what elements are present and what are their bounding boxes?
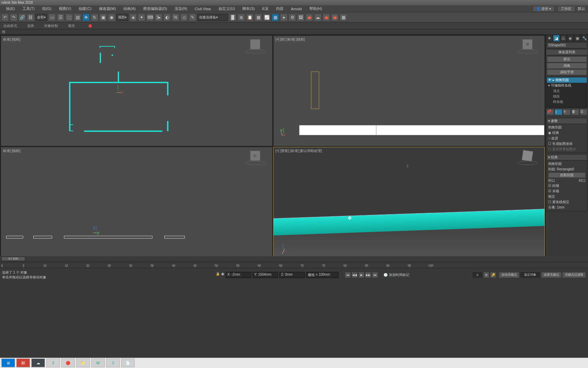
next-frame-icon[interactable]: ▶▶ [365,272,371,278]
classic-header[interactable]: ▾ 经典 [546,154,587,160]
edit-named-sel-icon[interactable]: ✎ [189,14,196,21]
render-gallery-icon[interactable]: 🫖 [331,14,339,21]
menu-group[interactable]: 组(G) [39,5,55,12]
move-gizmo-icon[interactable]: ✥ [348,215,352,221]
timeline-ruler[interactable]: 0510152025303540455055606570758085909510… [0,262,588,268]
render-icon[interactable]: 🫖 [306,14,313,21]
avoid-intersect-checkbox[interactable]: ☐ 避免线相交 [548,199,586,205]
viewport-perspective[interactable]: [+] [透视] [标准] [默认明暗处理] ✥ │╱─ ┼ [273,147,545,258]
viewcube-top[interactable] [245,39,265,56]
viewcube-left[interactable]: 右 [245,151,265,168]
viewcube-front[interactable]: 前 [517,39,538,56]
frame-input[interactable]: 0 [472,272,483,278]
lock-icon[interactable]: 🔒 [216,272,220,278]
viewport-left-label[interactable]: 标准] [线框] [3,149,20,153]
key-filters-button[interactable]: 关键点过滤器 [562,272,586,278]
taskbar-3dsmax1[interactable]: 3 [46,358,60,367]
start-checkbox[interactable]: ☑ 始端 [548,183,586,188]
layers-icon[interactable]: 📋 [246,14,254,21]
modifier-stack[interactable]: 👁 ▸ 倒角剖面 ▾ 可编辑样条线 顶点 线段 样条线 [546,77,587,108]
configure-sets-icon[interactable]: ☰ [580,109,587,115]
object-name-field[interactable]: SShape001 [546,42,587,48]
key-mode-icon[interactable]: 🔑 [490,272,496,278]
create-tab[interactable]: ✚ [546,35,553,42]
menu-animation[interactable]: 动画(A) [120,5,139,12]
classic-radio[interactable]: ◉ 经典 [548,130,586,136]
ribbon-object-paint[interactable]: 对象绘制 [44,24,58,28]
stack-vertex[interactable]: 顶点 [547,88,587,94]
redo-icon[interactable]: ↷ [10,14,17,21]
viewport-left[interactable]: 标准] [线框] 右 z│▫─y [1,147,273,258]
improved-radio[interactable]: ○ 改进 [548,136,586,141]
mirror-icon[interactable]: ▐▌ [229,14,236,21]
align-icon[interactable]: ≣ [238,14,245,21]
taskbar-browser[interactable]: 🔴 [61,358,75,367]
menu-scripting[interactable]: 脚本(S) [239,5,258,12]
named-selection-dropdown[interactable]: 创建选择集 ▾ [197,14,228,21]
mod-extrude-button[interactable]: 挤出 [547,56,587,62]
menu-content[interactable]: 内容 [273,5,287,12]
use-pivot-icon[interactable]: ◈ [129,14,137,21]
modifier-list-header[interactable]: 修改器列表 [546,49,588,55]
ribbon-populate[interactable]: 填充 [68,24,75,28]
render-frame-icon[interactable]: 🖼 [297,14,305,21]
time-slider-handle[interactable]: 0 / 100 [1,257,25,261]
viewport-top-label[interactable]: 标准] [线框] [3,37,20,42]
placement-icon[interactable]: ◉ [108,14,115,21]
ref-coord-dropdown[interactable]: 视图 ▾ [116,14,128,21]
login-button[interactable]: 👤 登录 ▾ [533,6,555,12]
viewport-top[interactable]: 标准] [线框] │▫─x [1,35,273,146]
utilities-tab[interactable]: 🔧 [581,35,588,42]
viewport-perspective-label[interactable]: [+] [透视] [标准] [默认明暗处理] [276,149,322,153]
prev-frame-icon[interactable]: ◀◀ [352,272,358,278]
record-icon[interactable] [88,24,92,28]
goto-start-icon[interactable]: ⏮ [345,272,351,278]
unlink-icon[interactable]: ⛓ [27,14,34,21]
menu-views[interactable]: 视图(V) [55,5,75,12]
viewport-front-label[interactable]: [+] [前] [标准] [线框] [276,37,305,42]
angle-snap-icon[interactable]: ◐ [163,14,171,21]
make-unique-icon[interactable]: ⎘ [563,109,571,115]
workspace-button[interactable]: 工作区 [557,6,575,12]
ribbon-selection[interactable]: 选择 [27,24,34,28]
keyboard-shortcut-icon[interactable]: ⌨ [146,14,154,21]
stack-editable-spline[interactable]: ▾ 可编辑样条线 [547,83,587,88]
remove-modifier-icon[interactable]: 🗑 [571,109,579,115]
rect-select-icon[interactable]: ⬚ [65,14,73,21]
share-view-icon[interactable]: 🫖 [323,14,330,21]
app-grid-icon[interactable]: ▦ [340,14,347,21]
params-header[interactable]: ▾ 参数 [546,118,587,124]
viewcube-persp[interactable] [517,151,538,168]
menu-graph-editors[interactable]: 图形编辑器(D) [140,5,170,12]
rotate-icon[interactable]: ↻ [91,14,98,21]
time-tag-icon[interactable]: 🕐 [383,273,388,277]
taskbar-explorer[interactable]: 📁 [76,358,90,367]
menu-arnold[interactable]: Arnold [288,6,305,12]
menu-create[interactable]: 创建(C) [75,5,95,12]
z-coord-input[interactable]: Z: 0mm [279,272,305,278]
schematic-view-icon[interactable]: ▦ [272,14,279,21]
percent-snap-icon[interactable]: % [172,14,179,21]
motion-tab[interactable]: ◉ [567,35,574,42]
viewport-front[interactable]: [+] [前] [标准] [线框] 前 y│└x [273,35,545,146]
menu-tools[interactable]: 工具(T) [19,5,38,12]
taskbar-3dsmax2[interactable]: 3 [106,358,120,367]
snaps-toggle-icon[interactable]: 3▸ [155,14,162,21]
menu-rendering[interactable]: 渲染(R) [171,5,191,12]
selection-filter-dropdown[interactable]: 全部 ▾ [35,14,47,21]
scale-icon[interactable]: ▣ [99,14,107,21]
menu-help[interactable]: 帮助(H) [306,5,325,12]
set-key-button[interactable]: 设置关键点 [541,272,561,278]
menu-customize[interactable]: 自定义(U) [215,5,238,12]
mod-bevel-button[interactable]: 倒角 [547,63,587,69]
stack-spline[interactable]: 样条线 [547,99,587,105]
taskbar-app2[interactable]: ☁ [31,358,45,367]
render-online-icon[interactable]: ☁ [314,14,322,21]
play-icon[interactable]: ▶ [358,272,364,278]
key-target-dropdown[interactable]: 选定对象 [520,272,540,278]
goto-end-icon[interactable]: ⏭ [372,272,378,278]
time-slider[interactable]: 0 / 100 [0,256,588,262]
pick-profile-button[interactable]: 拾取剖面 [548,172,586,178]
add-time-tag[interactable]: 添加时间标记 [389,273,409,277]
taskbar-app1[interactable]: 邮 [16,358,30,367]
